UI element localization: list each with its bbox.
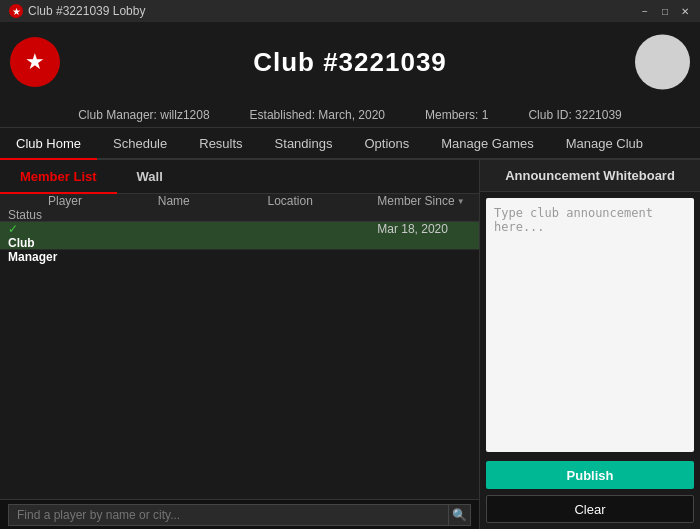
- svg-text:★: ★: [12, 6, 21, 17]
- whiteboard-textarea[interactable]: [486, 198, 694, 452]
- nav-bar: Club HomeScheduleResultsStandingsOptions…: [0, 128, 700, 160]
- minimize-button[interactable]: −: [638, 4, 652, 18]
- table-row: ✓ Mar 18, 2020 Club Manager: [0, 222, 479, 250]
- title-bar-text: Club #3221039 Lobby: [28, 4, 145, 18]
- sub-tab-wall[interactable]: Wall: [117, 160, 183, 194]
- sub-tab-member-list[interactable]: Member List: [0, 160, 117, 194]
- app-logo: ★: [10, 37, 60, 87]
- title-bar-left: ★ Club #3221039 Lobby: [8, 3, 145, 19]
- header-status: Status: [0, 208, 40, 222]
- title-bar-controls: − □ ✕: [638, 4, 692, 18]
- nav-item-results[interactable]: Results: [183, 128, 258, 160]
- table-header: Player Name Location Member Since ▼ Stat…: [0, 194, 479, 222]
- whiteboard-title: Announcement Whiteboard: [480, 160, 700, 192]
- close-button[interactable]: ✕: [678, 4, 692, 18]
- nav-item-schedule[interactable]: Schedule: [97, 128, 183, 160]
- clear-button[interactable]: Clear: [486, 495, 694, 523]
- app-icon: ★: [8, 3, 24, 19]
- member-table: Player Name Location Member Since ▼ Stat…: [0, 194, 479, 499]
- club-manager-info: Club Manager: willz1208: [78, 108, 209, 122]
- info-bar: Club Manager: willz1208 Established: Mar…: [0, 102, 700, 128]
- right-panel: Announcement Whiteboard Publish Clear: [480, 160, 700, 529]
- header: ★ Club #3221039: [0, 22, 700, 102]
- search-input[interactable]: [8, 504, 449, 526]
- nav-item-manage-games[interactable]: Manage Games: [425, 128, 550, 160]
- title-bar: ★ Club #3221039 Lobby − □ ✕: [0, 0, 700, 22]
- sort-arrow: ▼: [457, 197, 465, 206]
- left-panel: Member ListWall Player Name Location Mem…: [0, 160, 480, 529]
- nav-item-club-home[interactable]: Club Home: [0, 128, 97, 160]
- avatar: [635, 35, 690, 90]
- club-id-info: Club ID: 3221039: [528, 108, 621, 122]
- nav-item-standings[interactable]: Standings: [259, 128, 349, 160]
- club-title: Club #3221039: [253, 47, 447, 78]
- row-status: Club Manager: [0, 236, 40, 264]
- search-icon: 🔍: [449, 504, 471, 526]
- search-bar: 🔍: [0, 499, 479, 529]
- logo-star: ★: [25, 49, 45, 75]
- header-location: Location: [260, 194, 370, 208]
- maximize-button[interactable]: □: [658, 4, 672, 18]
- sub-tabs: Member ListWall: [0, 160, 479, 194]
- established-info: Established: March, 2020: [250, 108, 385, 122]
- publish-button[interactable]: Publish: [486, 461, 694, 489]
- row-member-since: Mar 18, 2020: [369, 222, 479, 236]
- row-checkmark: ✓: [0, 222, 40, 236]
- header-member-since[interactable]: Member Since ▼: [369, 194, 479, 208]
- nav-item-options[interactable]: Options: [348, 128, 425, 160]
- header-player: Player: [40, 194, 150, 208]
- members-info: Members: 1: [425, 108, 488, 122]
- main-content: Member ListWall Player Name Location Mem…: [0, 160, 700, 529]
- header-name: Name: [150, 194, 260, 208]
- nav-item-manage-club[interactable]: Manage Club: [550, 128, 659, 160]
